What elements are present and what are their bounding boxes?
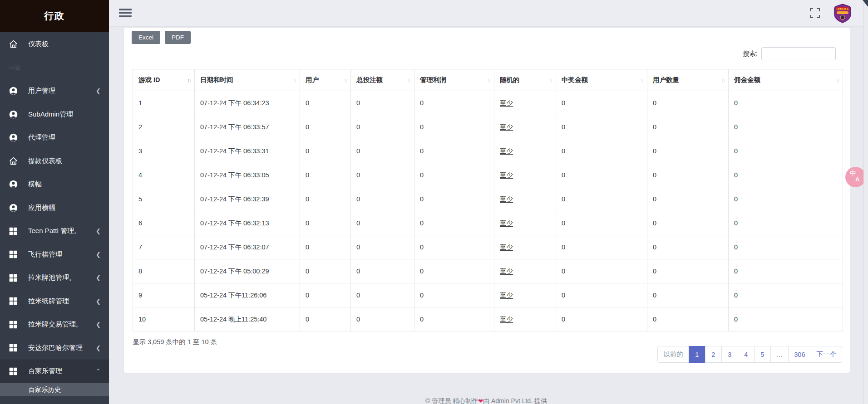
- svg-text:LETS PLA: LETS PLA: [837, 8, 849, 10]
- pagination-next[interactable]: 下一个: [811, 346, 843, 363]
- avatar[interactable]: LETS PLA: [833, 3, 853, 23]
- lets-play-badge-icon: LETS PLA: [833, 3, 853, 23]
- sidebar-item-11[interactable]: 拉米纸牌管理❮: [0, 290, 109, 313]
- table-row: 1005-12-24 晚上11:25:40000至少000: [133, 307, 843, 331]
- pagination-page-2[interactable]: 2: [705, 346, 722, 363]
- column-header-commission[interactable]: 佣金金额↑↓: [729, 69, 843, 91]
- table-row: 507-12-24 下午 06:32:39000至少000: [133, 187, 843, 211]
- sidebar-item-7[interactable]: 应用横幅: [0, 196, 109, 220]
- search-label: 搜索:: [743, 49, 758, 58]
- cell-admin_profit: 0: [414, 91, 494, 115]
- cell-id: 8: [133, 259, 195, 283]
- sidebar-item-6[interactable]: 横幅: [0, 173, 109, 196]
- table-row: 807-12-24 下午 05:00:29000至少000: [133, 259, 843, 283]
- cell-random: 至少: [494, 235, 556, 259]
- sidebar-item-label: 拉米牌池管理。: [28, 273, 93, 282]
- cell-user: 0: [300, 283, 351, 307]
- sort-arrows-icon: ↑↓: [487, 78, 490, 83]
- table-row: 307-12-24 下午 06:33:31000至少000: [133, 139, 843, 163]
- pagination-page-1[interactable]: 1: [689, 346, 705, 363]
- sort-arrows-icon: ↑↓: [407, 78, 410, 83]
- cell-commission: 0: [729, 115, 843, 139]
- cell-datetime: 05-12-24 晚上11:25:40: [195, 307, 300, 331]
- pagination-page-3[interactable]: 3: [721, 346, 738, 363]
- column-header-admin_profit[interactable]: 管理利润↑↓: [414, 69, 494, 91]
- column-header-id[interactable]: 游戏 ID↑↓: [133, 69, 195, 91]
- sidebar-item-14[interactable]: 百家乐管理⌃: [0, 360, 109, 383]
- cell-user_count: 0: [647, 91, 729, 115]
- chevron-left-icon: ❮: [96, 321, 101, 328]
- search-input[interactable]: [761, 47, 836, 60]
- cell-user_count: 0: [647, 115, 729, 139]
- cell-commission: 0: [729, 259, 843, 283]
- cell-win_amount: 0: [556, 307, 647, 331]
- column-header-user_count[interactable]: 用户数量↑↓: [647, 69, 729, 91]
- cell-user_count: 0: [647, 163, 729, 187]
- cell-win_amount: 0: [556, 259, 647, 283]
- sidebar-item-9[interactable]: 飞行棋管理❮: [0, 243, 109, 267]
- pagination-page-5[interactable]: 5: [754, 346, 771, 363]
- footer-credit: © 管理员 精心制作❤由 Admin Pvt Ltd. 提供: [109, 397, 863, 404]
- sidebar-subitem-15[interactable]: 百家乐历史: [0, 383, 109, 396]
- column-header-datetime[interactable]: 日期和时间↑↓: [195, 69, 300, 91]
- cell-total_bet: 0: [351, 283, 414, 307]
- cell-user: 0: [300, 115, 351, 139]
- sidebar-item-5[interactable]: 提款仪表板: [0, 150, 109, 173]
- cell-id: 1: [133, 91, 195, 115]
- cell-total_bet: 0: [351, 259, 414, 283]
- cell-commission: 0: [729, 91, 843, 115]
- cell-random: 至少: [494, 91, 556, 115]
- sidebar-item-4[interactable]: 代理管理: [0, 126, 109, 150]
- pagination-previous[interactable]: 以前的: [657, 346, 689, 363]
- sidebar-item-3[interactable]: SubAdmin管理: [0, 103, 109, 127]
- sidebar-item-13[interactable]: 安达尔巴哈尔管理❮: [0, 336, 109, 360]
- sidebar-item-label: Teen Patti 管理。: [28, 227, 93, 235]
- fullscreen-icon[interactable]: [810, 8, 820, 18]
- hamburger-menu-icon[interactable]: [119, 8, 132, 18]
- cell-datetime: 07-12-24 下午 06:33:31: [195, 139, 300, 163]
- cell-datetime: 07-12-24 下午 05:00:29: [195, 259, 300, 283]
- sort-arrows-icon: ↑↓: [344, 78, 347, 83]
- chevron-left-icon: ❮: [96, 88, 101, 94]
- cell-id: 5: [133, 187, 195, 211]
- sidebar-item-label: 百家乐管理: [28, 367, 93, 375]
- column-header-user[interactable]: 用户↑↓: [300, 69, 351, 91]
- column-header-total_bet[interactable]: 总投注额↑↓: [351, 69, 414, 91]
- cell-datetime: 07-12-24 下午 06:32:13: [195, 211, 300, 235]
- content-card: Excel PDF 搜索: 游戏 ID↑↓日期和时间↑↓用户↑↓总投注额↑↓管理…: [124, 28, 850, 373]
- cell-id: 3: [133, 139, 195, 163]
- cell-win_amount: 0: [556, 115, 647, 139]
- cell-random: 至少: [494, 283, 556, 307]
- sidebar-item-label: 代理管理: [28, 133, 101, 142]
- sidebar-item-2[interactable]: 用户管理❮: [0, 79, 109, 103]
- table-row: 207-12-24 下午 06:33:57000至少000: [133, 115, 843, 139]
- column-header-win_amount[interactable]: 中奖金额↑↓: [556, 69, 647, 91]
- chevron-left-icon: ❮: [96, 298, 101, 305]
- sidebar-item-12[interactable]: 拉米牌交易管理。❮: [0, 313, 109, 336]
- chevron-up-icon: ⌃: [96, 368, 101, 375]
- cell-admin_profit: 0: [414, 235, 494, 259]
- column-header-random[interactable]: 随机的↑↓: [494, 69, 556, 91]
- cell-random: 至少: [494, 211, 556, 235]
- cell-user: 0: [300, 307, 351, 331]
- cell-id: 7: [133, 235, 195, 259]
- topbar: LETS PLA: [109, 0, 868, 26]
- sidebar-item-8[interactable]: Teen Patti 管理。❮: [0, 219, 109, 243]
- topbar-right: LETS PLA: [810, 0, 853, 26]
- sidebar-item-0[interactable]: 仪表板: [0, 33, 109, 56]
- scrollbar[interactable]: [863, 0, 868, 404]
- table-row: 407-12-24 下午 06:33:05000至少000: [133, 163, 843, 187]
- cell-admin_profit: 0: [414, 163, 494, 187]
- pagination-page-306[interactable]: 306: [788, 346, 811, 363]
- translate-floating-button[interactable]: 中 A: [845, 167, 866, 187]
- pdf-export-button[interactable]: PDF: [165, 31, 191, 44]
- footer-text-right: 由 Admin Pvt Ltd. 提供: [483, 397, 547, 404]
- cell-user_count: 0: [647, 211, 729, 235]
- footer-text-left: © 管理员 精心制作: [425, 397, 478, 404]
- sort-arrows-icon: ↑↓: [549, 78, 552, 83]
- sidebar-item-10[interactable]: 拉米牌池管理。❮: [0, 266, 109, 290]
- excel-export-button[interactable]: Excel: [132, 31, 160, 44]
- cell-total_bet: 0: [351, 139, 414, 163]
- pagination-page-4[interactable]: 4: [738, 346, 755, 363]
- cell-datetime: 07-12-24 下午 06:32:07: [195, 235, 300, 259]
